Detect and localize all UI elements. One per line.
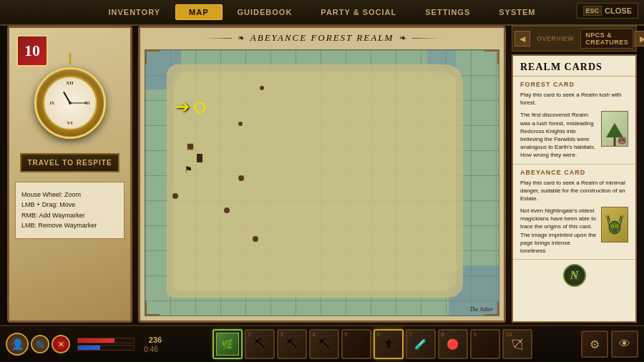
nightingale-section: N [513, 260, 635, 291]
timer-display: 0:46 [144, 346, 157, 353]
map-title-decoration: ❧ ABEYANCE FOREST REALM ❧ [147, 32, 497, 44]
slot-number-8: 8 [441, 331, 444, 338]
slot-icon-2: ⛏ [254, 338, 265, 351]
slot-icon-1: 🌿 [221, 338, 233, 351]
map-arrow: ➔ [175, 98, 190, 115]
tab-npcs[interactable]: NPCS & CREATURES [580, 29, 633, 49]
tab-map[interactable]: MAP [175, 4, 222, 20]
deco-left-symbol: ❧ [238, 33, 245, 44]
slot-number-1: 1 [216, 331, 219, 338]
stat-number: 236 [140, 336, 162, 344]
abeyance-card-text2: Not even Nightingale's oldest magickians… [520, 207, 597, 255]
nightingale-coin: N [563, 264, 586, 287]
tab-settings[interactable]: SETTINGS [411, 4, 484, 20]
slot-number-3: 3 [280, 331, 283, 338]
deco-right [412, 38, 441, 39]
hotbar-right: ⚙ 👁 [581, 331, 638, 358]
hotbar-slot-10[interactable]: 10 🏹 [502, 329, 532, 359]
instruction-3: RMB: Add Waymarker [21, 210, 118, 220]
abeyance-card-image [601, 207, 628, 243]
slot-number-2: 2 [248, 331, 251, 338]
slot-icon-7: 🧪 [414, 338, 426, 351]
health-fill [78, 338, 114, 343]
slot-icon-4: ⛏ [318, 338, 330, 351]
time-display: 6:15 AM [9, 142, 130, 150]
health-bar [77, 338, 135, 343]
creature-svg [604, 212, 625, 238]
tab-party[interactable]: PARTY & SOCIAL [307, 4, 410, 20]
top-navigation: INVENTORY MAP GUIDEBOOK PARTY & SOCIAL S… [0, 0, 644, 26]
tab-inventory[interactable]: INVENTORY [94, 4, 174, 20]
watch-center [69, 102, 72, 104]
current-location-marker [194, 102, 205, 113]
watch-roman-ix: IX [50, 101, 55, 105]
mana-bar [77, 345, 135, 351]
svg-point-3 [612, 225, 613, 227]
corner-tl [145, 50, 160, 64]
corner-bl [145, 301, 160, 315]
tab-overview[interactable]: OVERVIEW [532, 32, 579, 45]
stat-numbers: 236 0:46 [140, 336, 162, 353]
travel-button[interactable]: TRAVEL TO RESPITE [20, 153, 119, 172]
map-frame: ❧ ABEYANCE FOREST REALM ❧ [138, 26, 506, 323]
marker-2 [197, 154, 203, 162]
hotbar-slot-7[interactable]: 7 🧪 [406, 329, 436, 359]
health-bars [77, 338, 135, 351]
char-icon-1[interactable]: 👤 [6, 333, 29, 356]
bottom-hotbar: 👤 🐾 ✕ 236 0:46 1 🌿 2 ⛏ [0, 325, 644, 362]
char-icon-2[interactable]: 🐾 [31, 335, 49, 353]
mana-fill [78, 346, 100, 350]
corner-br [484, 301, 499, 315]
hotbar-slot-2[interactable]: 2 ⛏ [245, 329, 275, 359]
instruction-4: LMB: Remove Waymarker [21, 220, 118, 230]
hotbar-slot-3[interactable]: 3 ⛏ [277, 329, 307, 359]
panel-prev-button[interactable]: ◀ [514, 31, 530, 47]
slot-icon-6: 🗡 [383, 338, 394, 351]
forest-card-body: The first discovered Realm was a lush fo… [520, 111, 628, 159]
pocket-watch: IX III [34, 67, 106, 139]
char-icon-3[interactable]: ✕ [52, 335, 70, 353]
hotbar-slot-5[interactable]: 5 [341, 329, 371, 359]
hotbar-slot-9[interactable]: 9 [470, 329, 500, 359]
deco-left [203, 38, 232, 39]
hotbar-slots: 1 🌿 2 ⛏ 3 ⛏ 4 ⛏ 5 6 🗡 7 [169, 329, 575, 359]
map-land-inner [174, 72, 456, 290]
slot-number-7: 7 [409, 331, 412, 338]
hotbar-slot-8[interactable]: 8 🔴 [438, 329, 468, 359]
marker-5 [238, 175, 244, 181]
svg-point-5 [613, 229, 617, 232]
watch-face: IX III [43, 76, 97, 130]
forest-card: FOREST CARD Play this card to seek a Rea… [513, 77, 635, 165]
marker-1 [187, 143, 194, 150]
hotbar-slot-1[interactable]: 1 🌿 [213, 329, 243, 359]
tab-guidebook[interactable]: GUIDEBOOK [224, 4, 306, 20]
watch-roman-iii: III [84, 101, 89, 105]
marker-8 [260, 86, 264, 90]
slot-icon-8: 🔴 [447, 338, 459, 351]
close-button[interactable]: ESC CLOSE [577, 3, 638, 19]
panel-next-button[interactable]: ▶ [635, 31, 644, 47]
slot-number-4: 4 [313, 331, 316, 338]
action-btn-2[interactable]: 👁 [611, 331, 638, 358]
hotbar-slot-4[interactable]: 4 ⛏ [309, 329, 339, 359]
left-panel: 10 IX III 6:15 AM TRAVEL TO RES [7, 26, 132, 323]
stat-area: 236 0:46 [77, 336, 162, 353]
watch-outer: IX III [34, 67, 106, 139]
abeyance-card-text1: Play this card to seek a Realm of minima… [520, 179, 628, 203]
realm-cards-title: REALM CARDS [513, 56, 635, 77]
corner-tr [484, 50, 499, 64]
map-viewport[interactable]: ➔ ⚑ The Julier [145, 49, 499, 316]
tree-top [606, 123, 623, 137]
panel-tabs: ◀ OVERVIEW NPCS & CREATURES ▶ [512, 26, 637, 52]
hotbar-slot-6[interactable]: 6 🗡 [374, 329, 404, 359]
center-area: ❧ ABEYANCE FOREST REALM ❧ [138, 26, 506, 323]
slot-item-1: 🌿 [216, 333, 239, 356]
abeyance-card: ABEYANCE CARD Play this card to seek a R… [513, 165, 635, 260]
slot-number-9: 9 [474, 331, 477, 338]
slot-number-10: 10 [506, 331, 512, 338]
action-btn-1[interactable]: ⚙ [581, 331, 608, 358]
slot-number-6: 6 [377, 331, 380, 338]
marker-7 [238, 122, 243, 126]
panel-content: REALM CARDS FOREST CARD Play this card t… [512, 54, 637, 323]
tab-system[interactable]: SYSTEM [485, 4, 549, 20]
